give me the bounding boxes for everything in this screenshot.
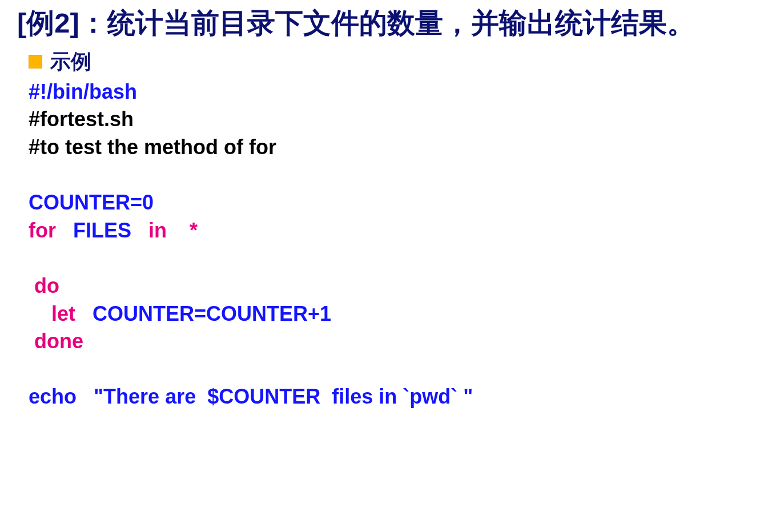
code-keyword-for: for (29, 219, 56, 242)
code-keyword-in-star: in * (131, 219, 198, 242)
bullet-row: 示例 (29, 48, 747, 76)
code-block: #!/bin/bash #fortest.sh #to test the met… (29, 78, 747, 411)
code-line-echo: echo "There are $COUNTER files in `pwd` … (29, 385, 473, 408)
code-line-comment-desc: #to test the method of for (29, 135, 276, 159)
code-line-counter-init: COUNTER=0 (29, 191, 154, 214)
bullet-icon (29, 55, 42, 68)
code-keyword-let: let (29, 302, 75, 325)
slide: [例2]：统计当前目录下文件的数量，并输出统计结果。 示例 #!/bin/bas… (0, 0, 764, 532)
slide-title: [例2]：统计当前目录下文件的数量，并输出统计结果。 (17, 7, 747, 40)
bullet-label: 示例 (50, 48, 91, 76)
code-counter-incr: COUNTER=COUNTER+1 (75, 302, 331, 325)
code-line-comment-file: #fortest.sh (29, 107, 134, 131)
code-keyword-do: do (29, 274, 59, 297)
code-line-shebang: #!/bin/bash (29, 80, 137, 103)
code-keyword-done: done (29, 329, 83, 353)
code-var-files: FILES (56, 219, 131, 242)
slide-body: 示例 #!/bin/bash #fortest.sh #to test the … (29, 48, 747, 411)
